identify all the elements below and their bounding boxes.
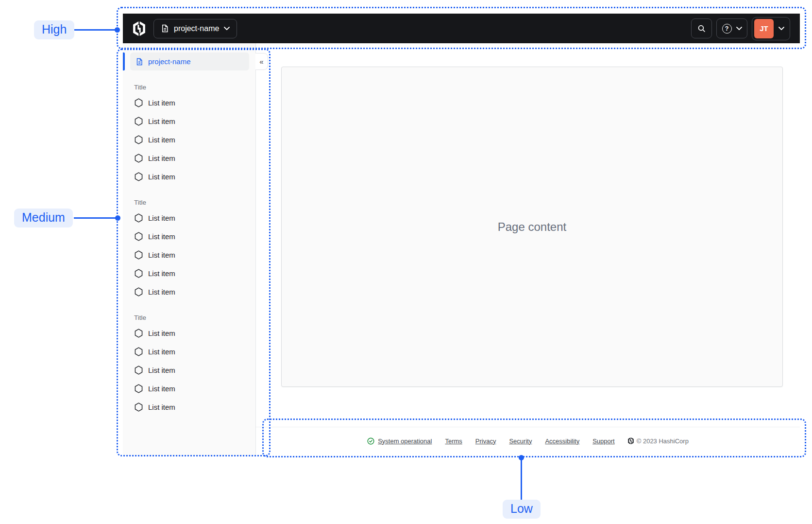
sidebar: project-name « Title List item List item… — [123, 43, 256, 456]
sidebar-list-item[interactable]: List item — [123, 379, 255, 398]
section-title: Title — [123, 314, 255, 321]
sidebar-list-item[interactable]: List item — [123, 245, 255, 264]
annotation-label-high: High — [34, 20, 74, 39]
navbar-right-group: ? JT — [691, 17, 790, 40]
sidebar-list-item[interactable]: List item — [123, 398, 255, 416]
hexagon-icon — [135, 213, 143, 223]
footer-link-accessibility[interactable]: Accessibility — [545, 437, 579, 445]
project-selector-label: project-name — [174, 24, 219, 33]
sidebar-list-item[interactable]: List item — [123, 209, 255, 227]
footer-divider — [256, 427, 800, 427]
list-item-label: List item — [148, 99, 175, 107]
annotation-label-medium: Medium — [14, 209, 73, 227]
footer-link-security[interactable]: Security — [509, 437, 532, 445]
list-item-label: List item — [148, 154, 175, 162]
section-title: Title — [123, 199, 255, 206]
footer-link-terms[interactable]: Terms — [445, 437, 462, 445]
sidebar-list-item[interactable]: List item — [123, 282, 255, 301]
list-item-label: List item — [148, 173, 175, 181]
hexagon-icon — [135, 402, 143, 412]
annotation-connector-low — [521, 457, 522, 500]
sidebar-section-2: Title List item List item List item List… — [123, 199, 255, 301]
page-content-placeholder: Page content — [281, 67, 783, 387]
hexagon-icon — [135, 172, 143, 181]
hexagon-icon — [135, 98, 143, 107]
help-icon: ? — [722, 24, 732, 34]
list-item-label: List item — [148, 288, 175, 296]
list-item-label: List item — [148, 214, 175, 222]
sidebar-list-item[interactable]: List item — [123, 130, 255, 149]
search-button[interactable] — [691, 18, 712, 38]
hexagon-icon — [135, 269, 143, 278]
section-title: Title — [123, 84, 255, 91]
list-item-label: List item — [148, 117, 175, 125]
sidebar-list-item[interactable]: List item — [123, 93, 255, 112]
status-label: System operational — [378, 437, 432, 445]
list-item-label: List item — [148, 366, 175, 374]
annotation-dot-low — [519, 455, 524, 460]
hexagon-icon — [135, 384, 143, 393]
sidebar-list-item[interactable]: List item — [123, 324, 255, 342]
sidebar-list-item[interactable]: List item — [123, 149, 255, 167]
annotation-dot-high — [115, 27, 120, 33]
collapse-chevrons-icon: « — [259, 57, 263, 66]
file-text-icon — [135, 58, 143, 66]
hashicorp-logo — [628, 437, 634, 444]
hexagon-icon — [135, 232, 143, 241]
sidebar-list-item[interactable]: List item — [123, 167, 255, 186]
user-menu-button[interactable]: JT — [752, 17, 790, 40]
list-item-label: List item — [148, 232, 175, 241]
list-item-label: List item — [148, 348, 175, 356]
annotation-connector-medium — [74, 217, 118, 219]
sidebar-project-label: project-name — [148, 57, 191, 66]
chevron-down-icon — [224, 27, 230, 30]
footer: System operational Terms Privacy Securit… — [256, 432, 800, 450]
avatar: JT — [754, 19, 774, 38]
hashicorp-logo — [133, 21, 146, 36]
sidebar-section-1: Title List item List item List item List… — [123, 84, 255, 186]
copyright-group: © 2023 HashiCorp — [628, 437, 689, 445]
copyright-label: © 2023 HashiCorp — [637, 437, 689, 445]
list-item-label: List item — [148, 384, 175, 393]
hexagon-icon — [135, 135, 143, 144]
project-selector-button[interactable]: project-name — [153, 19, 237, 38]
list-item-label: List item — [148, 136, 175, 144]
sidebar-list-item[interactable]: List item — [123, 342, 255, 361]
hexagon-icon — [135, 287, 143, 297]
sidebar-list-item[interactable]: List item — [123, 361, 255, 379]
help-menu-button[interactable]: ? — [716, 18, 747, 38]
search-icon — [697, 24, 706, 33]
status-link[interactable]: System operational — [367, 437, 432, 445]
list-item-label: List item — [148, 251, 175, 259]
hexagon-icon — [135, 366, 143, 375]
sidebar-list-item[interactable]: List item — [123, 264, 255, 282]
chevron-down-icon — [736, 27, 742, 30]
file-text-icon — [161, 24, 169, 33]
hexagon-icon — [135, 250, 143, 260]
hexagon-icon — [135, 154, 143, 163]
hexagon-icon — [135, 347, 143, 356]
hexagon-icon — [135, 329, 143, 338]
sidebar-section-3: Title List item List item List item List… — [123, 314, 255, 416]
check-circle-icon — [367, 437, 374, 445]
sidebar-list-item[interactable]: List item — [123, 112, 255, 130]
sidebar-collapse-button[interactable]: « — [255, 53, 268, 70]
active-item-accent-bar — [123, 52, 125, 70]
sidebar-project-item[interactable]: project-name — [130, 52, 249, 70]
annotation-connector-high — [73, 29, 117, 31]
sidebar-list-item[interactable]: List item — [123, 227, 255, 245]
chevron-down-icon — [778, 27, 784, 30]
top-navbar: project-name ? JT — [123, 14, 800, 43]
hexagon-icon — [135, 117, 143, 126]
page-content-label: Page content — [498, 220, 566, 234]
annotation-label-low: Low — [503, 500, 541, 519]
annotation-dot-medium — [115, 215, 120, 221]
list-item-label: List item — [148, 269, 175, 278]
list-item-label: List item — [148, 329, 175, 337]
footer-link-support[interactable]: Support — [592, 437, 615, 445]
footer-link-privacy[interactable]: Privacy — [475, 437, 496, 445]
list-item-label: List item — [148, 403, 175, 411]
